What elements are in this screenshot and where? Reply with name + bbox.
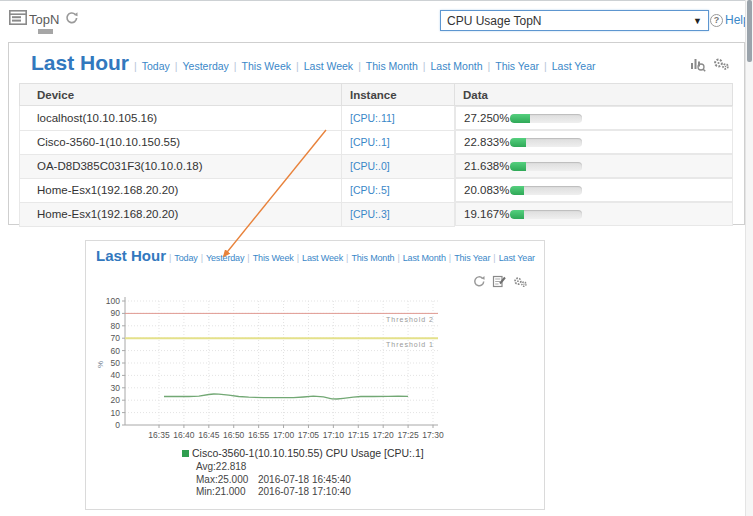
question-icon: ? (710, 14, 723, 27)
period-link-last-year[interactable]: Last Year (552, 60, 596, 72)
period-link-this-year[interactable]: This Year (495, 60, 539, 72)
column-header-instance[interactable]: Instance (342, 84, 455, 106)
panel-toolbar (690, 57, 730, 76)
edit-report-icon[interactable] (492, 274, 506, 292)
separator: | (493, 253, 495, 263)
usage-bar (510, 210, 582, 219)
data-cell: 20.083% (455, 178, 733, 202)
chevron-down-icon: ▼ (693, 16, 702, 26)
separator: | (346, 253, 348, 263)
period-links: |Today|Yesterday|This Week|Last Week|Thi… (166, 247, 536, 265)
usage-bar-fill (510, 162, 526, 171)
period-link-this-week[interactable]: This Week (242, 60, 291, 72)
refresh-icon[interactable] (64, 11, 78, 29)
settings-gears-icon[interactable] (513, 274, 528, 292)
y-tick-label: 40 (111, 370, 121, 380)
y-tick-label: 60 (111, 346, 121, 356)
instance-link[interactable]: [CPU:.1] (350, 136, 390, 148)
help-link[interactable]: ? Help (710, 13, 750, 27)
period-link-today[interactable]: Today (142, 60, 170, 72)
usage-bar-fill (510, 186, 524, 195)
column-header-data[interactable]: Data (455, 84, 733, 106)
instance-link[interactable]: [CPU:.11] (350, 112, 395, 124)
table-row: OA-D8D385C031F3(10.10.0.18)[CPU:.0]21.63… (20, 154, 733, 178)
separator: | (175, 60, 178, 72)
usage-percent: 22.833% (464, 136, 510, 148)
x-tick-label: 17:25 (397, 430, 419, 440)
page: { "topbar": { "title": "TopN", "dropdown… (0, 0, 753, 516)
y-tick-label: 0 (115, 420, 120, 430)
x-tick-label: 17:05 (298, 430, 320, 440)
y-tick-label: 50 (111, 358, 121, 368)
table-row: Cisco-3560-1(10.10.150.55)[CPU:.1]22.833… (20, 130, 733, 154)
period-link-last-year[interactable]: Last Year (499, 253, 535, 263)
period-link-this-month[interactable]: This Month (366, 60, 418, 72)
x-tick-label: 17:20 (373, 430, 395, 440)
x-tick-label: 16:45 (198, 430, 220, 440)
period-link-last-month[interactable]: Last Month (403, 253, 446, 263)
table-row: Home-Esx1(192.168.20.20)[CPU:.3]19.167% (20, 202, 733, 226)
scrollbar-track[interactable] (745, 0, 753, 516)
report-type-dropdown[interactable]: CPU Usage TopN ▼ (440, 10, 709, 31)
x-tick-label: 16:55 (248, 430, 270, 440)
topn-panel-header: Last Hour |Today|Yesterday|This Week|Las… (31, 51, 691, 75)
period-link-last-week[interactable]: Last Week (304, 60, 353, 72)
separator: | (234, 60, 237, 72)
legend-min: Min:21.000 (196, 486, 258, 499)
device-cell: OA-D8D385C031F3(10.10.0.18) (20, 154, 342, 178)
usage-bar (510, 186, 582, 195)
data-cell: 21.638% (455, 154, 733, 178)
usage-percent: 27.250% (464, 112, 510, 124)
column-header-device[interactable]: Device (20, 84, 342, 106)
table-row: Home-Esx1(192.168.20.20)[CPU:.5]20.083% (20, 178, 733, 202)
x-tick-label: 16:50 (223, 430, 245, 440)
device-cell: Home-Esx1(192.168.20.20) (20, 178, 342, 202)
separator: | (449, 253, 451, 263)
instance-link[interactable]: [CPU:.0] (350, 160, 390, 172)
chart-panel-header: Last Hour |Today|Yesterday|This Week|Las… (96, 247, 536, 265)
y-tick-label: 30 (111, 383, 121, 393)
period-link-yesterday[interactable]: Yesterday (206, 253, 244, 263)
usage-percent: 21.638% (464, 160, 510, 172)
instance-cell: [CPU:.5] (342, 178, 455, 202)
series-line (164, 394, 408, 399)
usage-bar-fill (510, 114, 530, 123)
panel-title: Last Hour (31, 51, 129, 75)
separator: | (134, 60, 137, 72)
period-link-last-week[interactable]: Last Week (302, 253, 343, 263)
settings-gears-icon[interactable] (713, 57, 730, 76)
usage-percent: 19.167% (464, 208, 510, 220)
period-link-yesterday[interactable]: Yesterday (183, 60, 229, 72)
scrollbar-thumb[interactable] (747, 0, 752, 62)
usage-percent: 20.083% (464, 184, 510, 196)
ui-fragment (38, 29, 53, 34)
instance-cell: [CPU:.0] (342, 154, 455, 178)
data-cell: 22.833% (455, 130, 733, 154)
separator: | (544, 60, 547, 72)
page-title: TopN (29, 12, 59, 27)
period-link-today[interactable]: Today (174, 253, 197, 263)
instance-link[interactable]: [CPU:.5] (350, 184, 390, 196)
period-link-this-month[interactable]: This Month (351, 253, 394, 263)
legend-max-time: 2016-07-18 16:45:40 (258, 474, 351, 485)
topn-table: DeviceInstanceData localhost(10.10.105.1… (19, 83, 733, 227)
legend-swatch (182, 450, 189, 457)
chart-zoom-icon[interactable] (690, 57, 706, 76)
refresh-icon[interactable] (472, 274, 485, 292)
device-cell: Cisco-3560-1(10.10.150.55) (20, 130, 342, 154)
x-tick-label: 17:30 (422, 430, 444, 440)
y-tick-label: 20 (111, 395, 121, 405)
period-link-this-year[interactable]: This Year (454, 253, 490, 263)
y-tick-label: 100 (106, 296, 120, 306)
x-tick-label: 17:00 (273, 430, 295, 440)
y-tick-label: 90 (111, 308, 121, 318)
x-tick-label: 16:40 (173, 430, 195, 440)
separator: | (297, 253, 299, 263)
table-header-row: DeviceInstanceData (20, 84, 733, 106)
period-link-last-month[interactable]: Last Month (431, 60, 483, 72)
y-tick-label: 80 (111, 321, 121, 331)
separator: | (247, 253, 249, 263)
period-link-this-week[interactable]: This Week (253, 253, 294, 263)
y-tick-label: 70 (111, 333, 121, 343)
instance-link[interactable]: [CPU:.3] (350, 208, 390, 220)
